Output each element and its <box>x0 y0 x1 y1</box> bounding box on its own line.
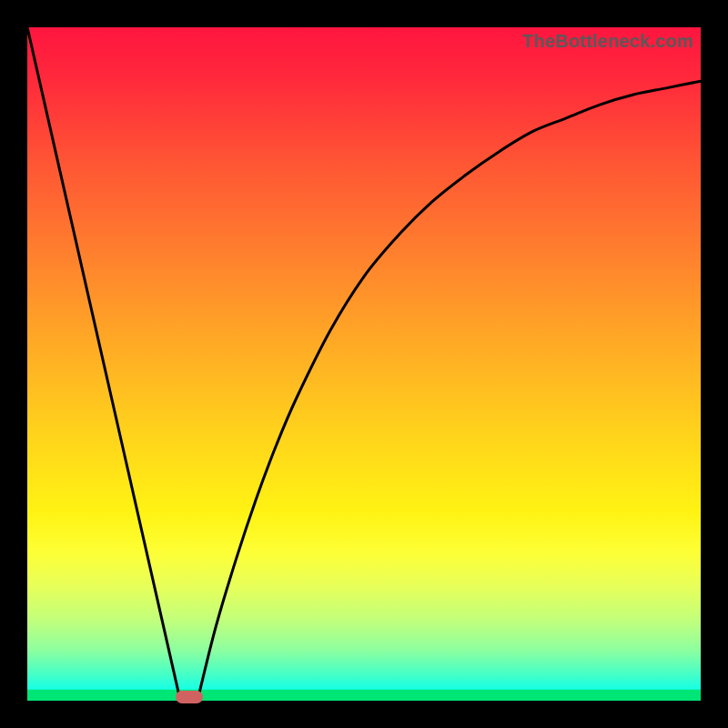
curve-path <box>27 27 701 694</box>
bottleneck-curve <box>27 27 701 701</box>
minimum-marker <box>176 691 203 703</box>
outer-frame: TheBottleneck.com <box>0 0 728 728</box>
plot-area: TheBottleneck.com <box>27 27 701 701</box>
